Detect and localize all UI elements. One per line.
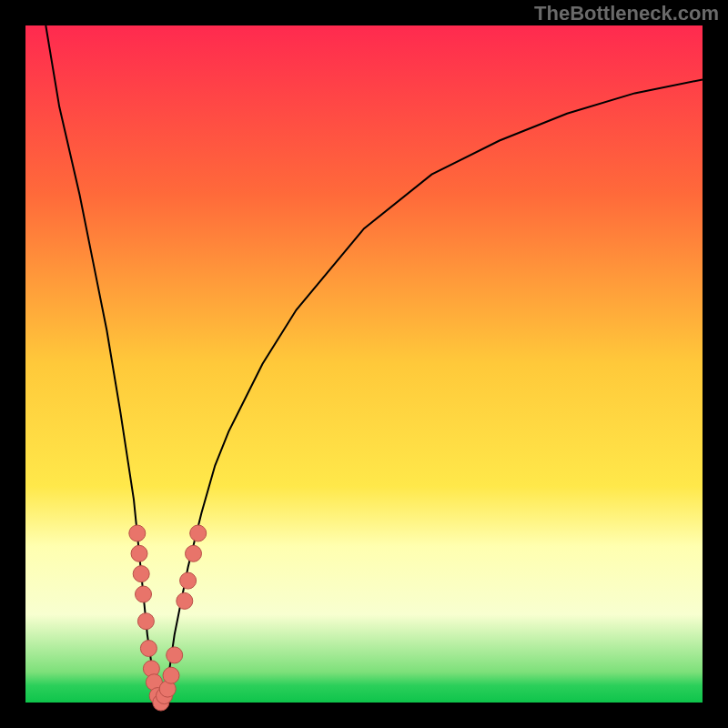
chart-container: TheBottleneck.com [0, 0, 728, 728]
data-marker [180, 572, 197, 589]
data-marker [133, 566, 149, 582]
data-marker [186, 545, 202, 561]
data-marker [129, 525, 146, 541]
data-marker [190, 525, 207, 541]
data-marker [167, 647, 183, 663]
data-marker [137, 613, 154, 630]
data-marker [177, 592, 193, 609]
data-marker [140, 641, 157, 657]
data-marker [131, 545, 147, 561]
watermark-text: TheBottleneck.com [534, 2, 719, 25]
data-marker [136, 586, 152, 602]
data-marker [163, 667, 179, 683]
chart-svg: TheBottleneck.com [0, 0, 728, 728]
plot-area [25, 25, 703, 703]
